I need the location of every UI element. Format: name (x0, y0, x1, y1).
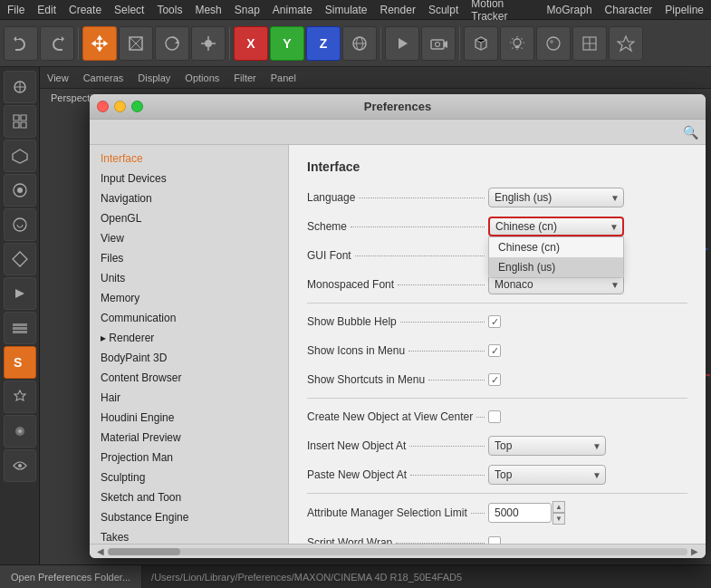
viewport-nav-view[interactable]: View (47, 72, 69, 83)
viewport-nav-options[interactable]: Options (185, 72, 219, 83)
left-icon-4[interactable] (4, 208, 36, 241)
menu-sculpt[interactable]: Sculpt (428, 4, 458, 16)
scrollbar-track[interactable] (108, 548, 687, 555)
sidebar-item-material-preview[interactable]: Material Preview (90, 428, 288, 448)
create-new-object-checkbox[interactable] (488, 410, 501, 423)
sidebar-item-sketch-toon[interactable]: Sketch and Toon (90, 487, 288, 507)
viewport-nav-cameras[interactable]: Cameras (83, 72, 124, 83)
open-prefs-folder-button[interactable]: Open Preferences Folder... (0, 565, 142, 589)
script-word-wrap-checkbox[interactable] (488, 536, 501, 544)
redo-button[interactable] (40, 26, 74, 61)
left-icon-10[interactable] (4, 415, 36, 448)
show-icons-menu-checkbox[interactable] (488, 344, 501, 357)
menu-mesh[interactable]: Mesh (195, 4, 221, 16)
scrollbar-thumb[interactable] (108, 548, 180, 555)
menu-pipeline[interactable]: Pipeline (665, 4, 704, 16)
menu-select[interactable]: Select (114, 4, 144, 16)
sidebar-item-units[interactable]: Units (90, 268, 288, 288)
left-icon-8[interactable]: S (4, 346, 36, 379)
insert-new-object-label: Insert New Object At (307, 439, 488, 452)
left-icon-6[interactable] (4, 277, 36, 310)
maximize-button[interactable] (131, 101, 143, 112)
world-button[interactable] (342, 26, 377, 61)
rotate-tool-button[interactable] (155, 26, 189, 61)
menu-character[interactable]: Character (605, 4, 653, 16)
viewport-nav-panel[interactable]: Panel (271, 72, 296, 83)
sidebar-item-interface[interactable]: Interface (90, 149, 288, 169)
scroll-left-button[interactable]: ◀ (93, 546, 108, 556)
scheme-label: Scheme (307, 220, 488, 233)
undo-button[interactable] (4, 26, 38, 61)
sidebar-item-opengl[interactable]: OpenGL (90, 208, 288, 228)
scheme-option-english[interactable]: English (us) (489, 257, 623, 277)
sidebar-item-bodypaint[interactable]: BodyPaint 3D (90, 348, 288, 368)
effects-button[interactable] (609, 26, 643, 61)
close-button[interactable] (97, 101, 109, 112)
sidebar-item-takes[interactable]: Takes (90, 527, 288, 544)
insert-new-object-dropdown[interactable]: Top ▼ (488, 436, 606, 456)
menu-edit[interactable]: Edit (37, 4, 56, 16)
language-dropdown-arrow: ▼ (610, 193, 620, 203)
grid-button[interactable] (572, 26, 607, 61)
sidebar-item-content-browser[interactable]: Content Browser (90, 368, 288, 388)
sidebar-item-files[interactable]: Files (90, 248, 288, 268)
left-icon-11[interactable] (4, 449, 36, 482)
menu-simulate[interactable]: Simulate (325, 4, 368, 16)
attr-manager-down[interactable]: ▼ (552, 513, 565, 525)
left-icon-3[interactable] (4, 174, 36, 207)
sidebar-item-memory[interactable]: Memory (90, 288, 288, 308)
sidebar-item-houdini-engine[interactable]: Houdini Engine (90, 408, 288, 428)
menu-animate[interactable]: Animate (273, 4, 312, 16)
menu-create[interactable]: Create (69, 4, 101, 16)
main-area: S View Cameras Display Options Filter Pa… (0, 67, 711, 564)
attr-manager-up[interactable]: ▲ (552, 501, 565, 513)
svg-marker-11 (399, 38, 408, 49)
menu-file[interactable]: File (7, 4, 24, 16)
scroll-right-button[interactable]: ▶ (687, 546, 702, 556)
scheme-dropdown-popup: Chinese (cn) English (us) (488, 236, 624, 278)
preferences-dialog: Preferences 🔍 Interface Input Devices Na… (90, 94, 706, 558)
show-bubble-help-checkbox[interactable] (488, 315, 501, 328)
show-shortcuts-menu-control (488, 373, 687, 386)
sidebar-item-hair[interactable]: Hair (90, 388, 288, 408)
play-button[interactable] (385, 26, 419, 61)
material-button[interactable] (536, 26, 571, 61)
transform-button[interactable] (191, 26, 226, 61)
scheme-dropdown[interactable]: Chinese (cn) ▼ (488, 217, 624, 236)
sidebar-item-input-devices[interactable]: Input Devices (90, 169, 288, 188)
sidebar-item-navigation[interactable]: Navigation (90, 188, 288, 208)
minimize-button[interactable] (114, 101, 126, 112)
sidebar-item-sculpting[interactable]: Sculpting (90, 468, 288, 487)
menu-mograph[interactable]: MoGraph (547, 4, 592, 16)
left-icon-0[interactable] (4, 71, 36, 103)
left-icon-2[interactable] (4, 140, 36, 172)
scheme-option-chinese[interactable]: Chinese (cn) (489, 237, 623, 257)
y-axis-button[interactable]: Y (270, 26, 304, 61)
show-shortcuts-menu-checkbox[interactable] (488, 373, 501, 386)
viewport-nav-display[interactable]: Display (138, 72, 170, 83)
x-axis-button[interactable]: X (234, 26, 268, 61)
menu-motion-tracker[interactable]: Motion Tracker (471, 0, 533, 23)
paste-new-object-dropdown[interactable]: Top ▼ (488, 465, 606, 485)
sidebar-item-projection-man[interactable]: Projection Man (90, 448, 288, 468)
sidebar-item-view[interactable]: View (90, 228, 288, 248)
left-icon-5[interactable] (4, 243, 36, 275)
scale-tool-button[interactable] (119, 26, 153, 61)
left-icon-1[interactable] (4, 105, 36, 138)
z-axis-button[interactable]: Z (306, 26, 341, 61)
viewport-nav-filter[interactable]: Filter (234, 72, 255, 83)
light-button[interactable] (500, 26, 534, 61)
menu-render[interactable]: Render (380, 4, 416, 16)
sidebar-item-communication[interactable]: Communication (90, 308, 288, 328)
move-tool-button[interactable] (82, 26, 117, 61)
menu-tools[interactable]: Tools (157, 4, 182, 16)
cube-button[interactable] (464, 26, 498, 61)
menu-snap[interactable]: Snap (235, 4, 260, 16)
create-new-object-row: Create New Object at View Center (307, 406, 687, 428)
sidebar-item-substance-engine[interactable]: Substance Engine (90, 507, 288, 527)
left-icon-9[interactable] (4, 381, 36, 413)
camera-button[interactable] (421, 26, 456, 61)
language-dropdown[interactable]: English (us) ▼ (488, 188, 624, 207)
sidebar-item-renderer[interactable]: ▸ Renderer (90, 328, 288, 348)
left-icon-7[interactable] (4, 312, 36, 344)
